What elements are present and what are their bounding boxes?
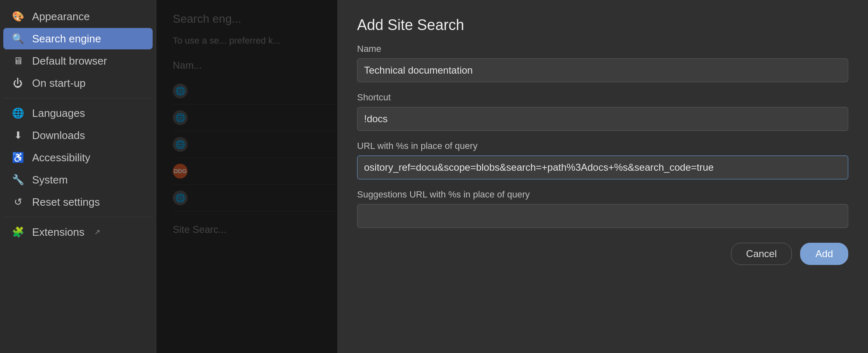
accessibility-icon: ♿: [12, 151, 25, 164]
sidebar-item-system[interactable]: 🔧System: [3, 169, 153, 190]
downloads-icon: ⬇: [12, 129, 25, 142]
url-input[interactable]: [357, 156, 848, 179]
sidebar-label-on-startup: On start-up: [32, 77, 86, 90]
suggestions-label: Suggestions URL with %s in place of quer…: [357, 189, 848, 200]
sidebar-label-default-browser: Default browser: [32, 55, 107, 67]
name-input[interactable]: [357, 58, 848, 82]
name-form-group: Name: [357, 44, 848, 82]
sidebar-label-languages: Languages: [32, 107, 85, 120]
sidebar-label-search-engine: Search engine: [32, 33, 101, 45]
sidebar-label-extensions: Extensions: [32, 226, 84, 239]
sidebar-label-downloads: Downloads: [32, 129, 85, 142]
sidebar-item-on-startup[interactable]: ⏻On start-up: [3, 72, 153, 94]
sidebar: 🎨Appearance🔍Search engine🖥Default browse…: [0, 0, 156, 353]
url-form-group: URL with %s in place of query: [357, 141, 848, 179]
name-label: Name: [357, 44, 848, 54]
url-label: URL with %s in place of query: [357, 141, 848, 151]
add-site-search-dialog: Add Site Search Name Shortcut URL with %…: [337, 0, 868, 353]
sidebar-label-appearance: Appearance: [32, 10, 90, 23]
shortcut-form-group: Shortcut: [357, 92, 848, 131]
system-icon: 🔧: [12, 173, 25, 186]
suggestions-input[interactable]: [357, 204, 848, 228]
extensions-icon: 🧩: [12, 225, 25, 239]
sidebar-label-reset-settings: Reset settings: [32, 196, 100, 209]
add-button[interactable]: Add: [800, 243, 848, 265]
sidebar-item-search-engine[interactable]: 🔍Search engine: [3, 28, 153, 49]
sidebar-label-accessibility: Accessibility: [32, 151, 91, 164]
search-engine-icon: 🔍: [12, 32, 25, 45]
sidebar-divider: [3, 217, 153, 217]
shortcut-label: Shortcut: [357, 92, 848, 103]
dialog-title: Add Site Search: [357, 16, 848, 34]
suggestions-form-group: Suggestions URL with %s in place of quer…: [357, 189, 848, 228]
external-link-icon: ↗: [94, 228, 100, 237]
sidebar-item-reset-settings[interactable]: ↺Reset settings: [3, 191, 153, 213]
languages-icon: 🌐: [12, 107, 25, 120]
sidebar-item-extensions[interactable]: 🧩Extensions↗: [3, 221, 153, 243]
reset-settings-icon: ↺: [12, 195, 25, 209]
sidebar-label-system: System: [32, 174, 68, 186]
default-browser-icon: 🖥: [12, 54, 25, 67]
sidebar-divider: [3, 98, 153, 98]
sidebar-item-languages[interactable]: 🌐Languages: [3, 102, 153, 124]
sidebar-item-downloads[interactable]: ⬇Downloads: [3, 125, 153, 146]
on-startup-icon: ⏻: [12, 77, 25, 90]
cancel-button[interactable]: Cancel: [731, 243, 792, 265]
appearance-icon: 🎨: [12, 10, 25, 23]
sidebar-item-default-browser[interactable]: 🖥Default browser: [3, 50, 153, 72]
shortcut-input[interactable]: [357, 107, 848, 131]
sidebar-item-appearance[interactable]: 🎨Appearance: [3, 6, 153, 27]
sidebar-item-accessibility[interactable]: ♿Accessibility: [3, 147, 153, 168]
dialog-buttons: Cancel Add: [357, 243, 848, 265]
